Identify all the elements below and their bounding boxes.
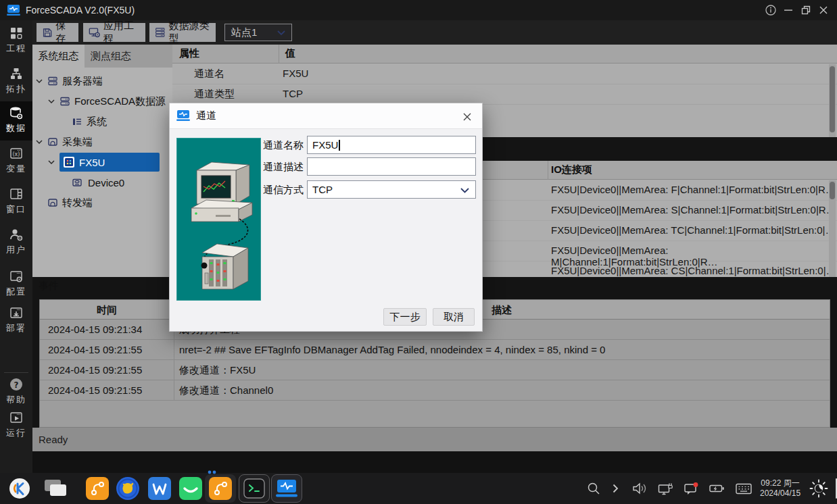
taskbar-app-wps[interactable] <box>148 477 171 500</box>
taskbar-app-git-running[interactable] <box>205 474 236 503</box>
task-view-icon <box>43 478 68 499</box>
app-logo-icon <box>7 5 20 16</box>
minimize-icon <box>782 4 794 16</box>
event-desc: 修改通道：Channel0 <box>174 380 830 400</box>
tree-label: ForceSCADA数据源 <box>74 95 166 108</box>
taskbar-app-git-orange[interactable] <box>86 477 109 500</box>
tray-expand-button[interactable] <box>613 484 619 493</box>
sidebar-item-data[interactable]: 数据 <box>0 105 32 136</box>
chevron-down-icon <box>277 30 285 35</box>
device-icon <box>72 177 82 188</box>
sidebar-item-variables[interactable]: (x) 变量 <box>0 146 32 177</box>
column-divider[interactable] <box>279 45 279 64</box>
sidebar-item-topology[interactable]: 拓扑 <box>0 66 32 97</box>
chevron-down-icon[interactable] <box>36 79 43 83</box>
keyboard-icon <box>736 483 752 495</box>
launcher-button[interactable] <box>9 478 30 499</box>
cancel-button[interactable]: 取消 <box>433 308 475 326</box>
io-scrollbar-thumb[interactable] <box>830 182 835 199</box>
sidebar-item-config[interactable]: 配置 <box>0 269 32 300</box>
tree-item-fx5u[interactable]: FX5U <box>32 152 172 172</box>
taskbar-app-browser[interactable] <box>116 476 140 501</box>
io-cell: FX5U|Device0||MemArea: TC|Channel:1|Form… <box>551 224 836 236</box>
task-view-button[interactable] <box>43 478 68 499</box>
tab-system-config[interactable]: 系统组态 <box>32 45 85 68</box>
datasource-type-label: 数据源类型 <box>169 20 210 45</box>
night-mode-button[interactable] <box>809 478 829 499</box>
display-cast-button[interactable] <box>658 482 673 495</box>
datasource-type-button[interactable]: 数据源类型 <box>149 23 216 42</box>
next-button[interactable]: 下一步 <box>383 308 427 326</box>
event-row[interactable]: 2024-04-15 09:21:55 修改通道：FX5U <box>40 360 830 380</box>
power-button[interactable] <box>709 483 725 494</box>
event-desc: 修改通道：FX5U <box>174 360 830 380</box>
sidebar-item-users[interactable]: 用户 <box>0 227 32 258</box>
restore-button[interactable] <box>798 2 814 18</box>
list-icon <box>72 116 82 127</box>
sidebar-item-windows[interactable]: 窗口 <box>0 186 32 218</box>
property-scrollbar-thumb[interactable] <box>830 66 835 132</box>
taskbar-app-forcescada[interactable] <box>271 474 302 503</box>
taskbar: 09:22 周一 2024/04/15 <box>0 473 837 504</box>
sidebar-label: 运行 <box>6 427 26 439</box>
tree-item-forwarder[interactable]: 转发端 <box>32 193 172 213</box>
window-icon <box>9 186 24 201</box>
tab-point-config[interactable]: 测点组态 <box>85 45 137 68</box>
channel-desc-input[interactable] <box>307 157 476 176</box>
channel-dialog: 通道 <box>169 103 483 332</box>
event-time: 2024-04-15 09:21:55 <box>40 360 174 380</box>
io-cell: FX5U|Device0||MemArea: F|Channel:1|Forma… <box>551 184 836 195</box>
tree-item-server[interactable]: 服务器端 <box>32 71 172 91</box>
input-method-button[interactable] <box>736 483 752 495</box>
chevron-down-icon[interactable] <box>48 99 55 103</box>
column-divider[interactable] <box>548 161 548 180</box>
tree-item-fx5u-selected[interactable]: FX5U <box>59 153 160 172</box>
dialog-close-button[interactable] <box>459 109 475 125</box>
tree-item-system[interactable]: 系统 <box>32 111 172 132</box>
channel-name-input[interactable]: FX5U <box>307 136 476 154</box>
info-button[interactable] <box>763 2 779 18</box>
property-row[interactable]: 通道名 FX5U <box>172 64 837 84</box>
project-grid-icon <box>9 26 24 41</box>
sidebar-item-help[interactable]: ? 帮助 <box>0 377 32 408</box>
taskbar-clock[interactable]: 09:22 周一 2024/04/15 <box>760 478 800 499</box>
sidebar-item-deploy[interactable]: 部署 <box>0 305 32 336</box>
taskbar-app-store[interactable] <box>179 477 202 500</box>
tree-panel: 系统组态 测点组态 服务器端 ForceSCADA数据源 系统 采集端 FX5U <box>32 45 172 277</box>
io-scrollbar[interactable] <box>829 180 836 277</box>
chevron-down-icon[interactable] <box>36 140 43 144</box>
event-row[interactable]: 2024-04-15 09:21:55 nret=-2 ## Save EFTa… <box>40 340 830 360</box>
property-scrollbar[interactable] <box>829 64 836 137</box>
taskbar-app-terminal[interactable] <box>239 474 270 503</box>
dialog-title-bar[interactable]: 通道 <box>170 103 482 129</box>
volume-button[interactable] <box>632 482 647 495</box>
save-button[interactable]: 保存 <box>37 23 78 42</box>
title-bar: ForceSCADA V2.0(FX5U) <box>0 0 837 20</box>
comm-mode-select[interactable]: TCP <box>307 180 476 199</box>
tree-item-collector[interactable]: 采集端 <box>32 132 172 152</box>
topology-icon <box>9 66 24 81</box>
event-row[interactable]: 2024-04-15 09:21:55 修改通道：Channel0 <box>40 380 830 401</box>
minimize-button[interactable] <box>780 2 796 18</box>
chevron-down-icon <box>460 188 469 193</box>
device-icon <box>47 197 58 208</box>
notifications-button[interactable] <box>684 482 698 495</box>
col-time-header[interactable]: 时间 <box>40 300 174 319</box>
chevron-down-icon[interactable] <box>48 160 55 164</box>
tree-item-forcescada-datasource[interactable]: ForceSCADA数据源 <box>32 91 172 111</box>
sidebar-item-run[interactable]: 运行 <box>0 410 32 441</box>
tree-label: Device0 <box>88 177 124 188</box>
station-select[interactable]: 站点1 <box>224 24 292 41</box>
chevron-right-icon <box>613 484 619 493</box>
variable-icon: (x) <box>9 146 24 161</box>
comm-mode-label: 通信方式 <box>263 180 305 199</box>
apply-project-button[interactable]: 应用工程 <box>83 23 145 42</box>
tab-label: 系统组态 <box>39 50 79 63</box>
close-button[interactable] <box>815 2 832 18</box>
git-app-icon <box>209 477 232 500</box>
launcher-icon <box>9 478 30 499</box>
property-row[interactable]: 通道类型 TCP <box>172 84 837 105</box>
tree-item-device0[interactable]: Device0 <box>32 172 172 193</box>
sidebar-item-project[interactable]: 工程 <box>0 26 32 57</box>
search-button[interactable] <box>587 482 600 495</box>
